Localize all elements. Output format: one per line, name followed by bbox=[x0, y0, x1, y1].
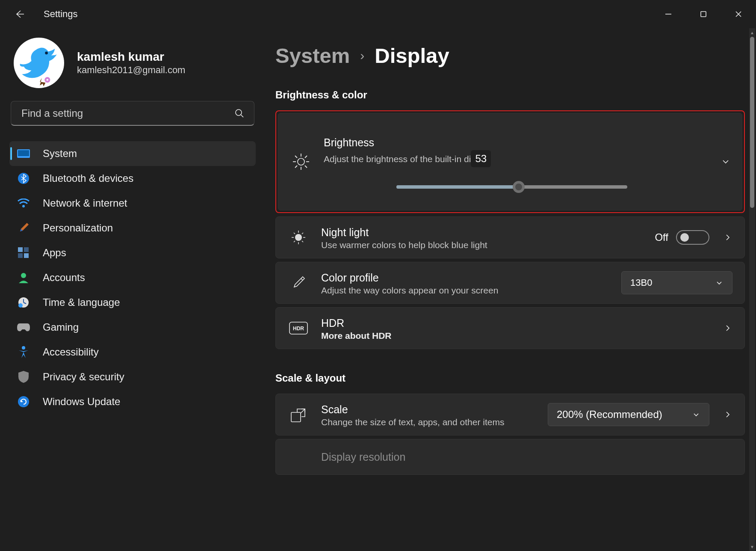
sidebar-item-label: Apps bbox=[43, 247, 66, 259]
sidebar-item-time[interactable]: Time & language bbox=[9, 290, 256, 315]
brightness-subtitle: Adjust the brightness of the built-in di bbox=[324, 154, 471, 164]
sidebar-item-privacy[interactable]: Privacy & security bbox=[9, 364, 256, 389]
maximize-icon bbox=[700, 11, 707, 18]
svg-point-28 bbox=[295, 234, 302, 241]
back-button[interactable] bbox=[12, 6, 27, 22]
sidebar-item-accounts[interactable]: Accounts bbox=[9, 265, 256, 290]
svg-line-26 bbox=[305, 156, 307, 158]
display-resolution-card[interactable]: Display resolution bbox=[275, 439, 745, 475]
gamepad-icon bbox=[17, 321, 30, 334]
hdr-icon: HDR bbox=[288, 317, 309, 339]
system-icon bbox=[17, 147, 30, 160]
bluetooth-icon bbox=[17, 172, 30, 185]
sidebar-item-apps[interactable]: Apps bbox=[9, 240, 256, 265]
sidebar-item-network[interactable]: Network & internet bbox=[9, 191, 256, 216]
svg-rect-7 bbox=[18, 150, 29, 156]
svg-point-9 bbox=[22, 205, 25, 207]
chevron-right-icon: › bbox=[360, 48, 364, 63]
hdr-card[interactable]: HDR HDR More about HDR bbox=[275, 307, 745, 349]
chevron-right-icon[interactable] bbox=[723, 410, 732, 419]
hdr-title: HDR bbox=[321, 316, 708, 331]
sidebar-item-label: Gaming bbox=[43, 321, 79, 333]
svg-point-2 bbox=[45, 52, 48, 55]
sidebar-item-label: Bluetooth & devices bbox=[43, 172, 133, 184]
scrollbar-thumb[interactable] bbox=[750, 37, 754, 208]
dropdown-value: 200% (Recommended) bbox=[557, 409, 662, 421]
sidebar-item-update[interactable]: Windows Update bbox=[9, 389, 256, 414]
scale-subtitle: Change the size of text, apps, and other… bbox=[321, 417, 518, 427]
breadcrumb-parent[interactable]: System bbox=[275, 44, 350, 68]
scrollbar-track[interactable] bbox=[749, 37, 755, 542]
search-box[interactable] bbox=[11, 101, 254, 126]
user-card[interactable]: kamlesh kumar kamlesh2011@gmail.com bbox=[14, 38, 251, 88]
section-brightness-title: Brightness & color bbox=[275, 89, 745, 101]
sidebar-item-personalization[interactable]: Personalization bbox=[9, 216, 256, 240]
scale-dropdown[interactable]: 200% (Recommended) bbox=[548, 403, 709, 426]
brightness-icon bbox=[290, 151, 312, 172]
chevron-right-icon[interactable] bbox=[723, 233, 732, 242]
sidebar-item-gaming[interactable]: Gaming bbox=[9, 315, 256, 340]
sidebar-item-label: System bbox=[43, 148, 77, 160]
accessibility-icon bbox=[17, 346, 30, 358]
search-icon bbox=[234, 108, 245, 118]
search-input[interactable] bbox=[21, 107, 234, 120]
highlight-annotation: Brightness Adjust the brightness of the … bbox=[275, 110, 745, 213]
night-light-toggle[interactable] bbox=[676, 230, 709, 245]
window-buttons bbox=[651, 2, 756, 26]
update-icon bbox=[17, 395, 30, 408]
slider-fill bbox=[396, 185, 519, 189]
breadcrumb-current: Display bbox=[375, 44, 449, 68]
close-icon bbox=[735, 11, 742, 18]
scroll-up-icon[interactable]: ▲ bbox=[749, 28, 755, 37]
sidebar-item-bluetooth[interactable]: Bluetooth & devices bbox=[9, 166, 256, 191]
svg-rect-11 bbox=[24, 247, 29, 252]
wifi-icon bbox=[17, 197, 30, 210]
maximize-button[interactable] bbox=[686, 2, 721, 26]
sidebar-item-label: Accessibility bbox=[43, 346, 99, 358]
user-email: kamlesh2011@gmail.com bbox=[77, 65, 185, 76]
scroll-down-icon[interactable]: ▼ bbox=[749, 542, 755, 551]
svg-line-25 bbox=[305, 166, 307, 168]
expand-button[interactable] bbox=[721, 157, 730, 166]
svg-line-27 bbox=[295, 166, 297, 168]
sidebar-item-label: Time & language bbox=[43, 296, 120, 308]
slider-thumb[interactable] bbox=[513, 181, 525, 193]
scale-card[interactable]: Scale Change the size of text, apps, and… bbox=[275, 394, 745, 435]
sidebar-item-label: Windows Update bbox=[43, 396, 120, 408]
night-light-card[interactable]: Night light Use warmer colors to help bl… bbox=[275, 216, 745, 258]
night-light-subtitle: Use warmer colors to help block blue lig… bbox=[321, 240, 643, 250]
scale-title: Scale bbox=[321, 402, 536, 417]
person-icon bbox=[17, 271, 30, 284]
sidebar-item-label: Accounts bbox=[43, 272, 85, 284]
sidebar-item-accessibility[interactable]: Accessibility bbox=[9, 340, 256, 364]
chevron-right-icon[interactable] bbox=[723, 323, 732, 333]
svg-line-35 bbox=[302, 233, 303, 234]
svg-point-19 bbox=[298, 158, 304, 165]
chevron-down-icon bbox=[692, 410, 700, 419]
brightness-value: 53 bbox=[471, 150, 491, 167]
chevron-down-icon bbox=[715, 278, 724, 287]
color-profile-title: Color profile bbox=[321, 270, 609, 285]
svg-point-14 bbox=[21, 273, 26, 278]
minimize-button[interactable] bbox=[651, 2, 686, 26]
sidebar-item-system[interactable]: System bbox=[9, 141, 256, 166]
brightness-card[interactable]: Brightness Adjust the brightness of the … bbox=[278, 113, 742, 210]
scrollbar[interactable]: ▲ ▼ bbox=[749, 28, 755, 551]
svg-line-33 bbox=[294, 233, 295, 234]
svg-point-5 bbox=[236, 110, 242, 116]
svg-rect-12 bbox=[18, 253, 23, 258]
nav: System Bluetooth & devices Network & int… bbox=[9, 141, 256, 414]
clock-icon bbox=[17, 296, 30, 309]
color-profile-dropdown[interactable]: 13B0 bbox=[621, 271, 732, 294]
color-profile-card[interactable]: Color profile Adjust the way colors appe… bbox=[275, 262, 745, 304]
svg-point-4 bbox=[47, 79, 48, 80]
app-title: Settings bbox=[44, 9, 78, 20]
titlebar: Settings bbox=[0, 0, 756, 28]
brush-icon bbox=[17, 222, 30, 234]
close-button[interactable] bbox=[721, 2, 756, 26]
display-resolution-title: Display resolution bbox=[321, 450, 732, 465]
svg-line-34 bbox=[302, 241, 303, 242]
section-scale-title: Scale & layout bbox=[275, 372, 745, 384]
brightness-slider[interactable] bbox=[396, 185, 627, 189]
color-profile-subtitle: Adjust the way colors appear on your scr… bbox=[321, 285, 609, 296]
